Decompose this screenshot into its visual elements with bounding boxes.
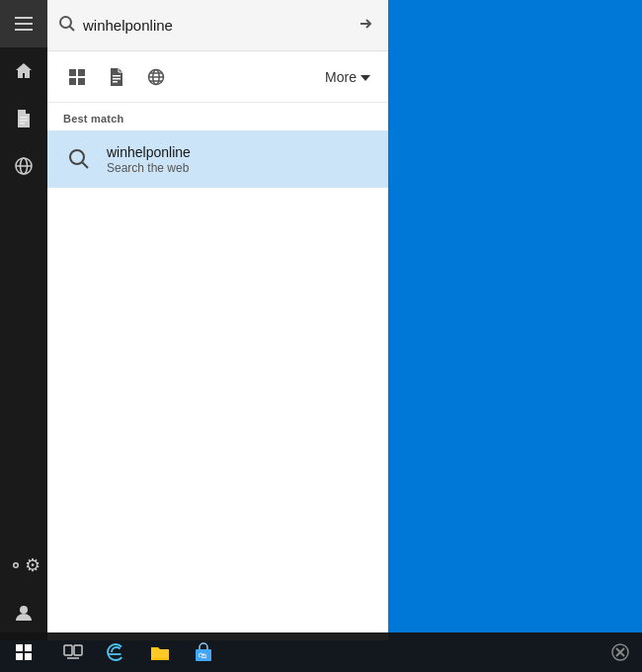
svg-line-26 bbox=[83, 163, 89, 169]
web-icon[interactable] bbox=[0, 142, 47, 190]
svg-rect-5 bbox=[20, 123, 25, 125]
taskbar-icons: 🛍 bbox=[47, 632, 602, 672]
result-text: winhelponline Search the web bbox=[107, 144, 191, 175]
svg-rect-15 bbox=[69, 78, 76, 85]
more-button[interactable]: More bbox=[319, 65, 376, 89]
documents-filter-tab[interactable] bbox=[99, 59, 134, 95]
sidebar: ⚙ bbox=[0, 0, 47, 640]
notifications-icon[interactable] bbox=[602, 632, 638, 672]
more-label: More bbox=[325, 69, 357, 85]
svg-rect-29 bbox=[16, 653, 23, 660]
edge-icon[interactable] bbox=[95, 632, 138, 672]
svg-rect-31 bbox=[64, 645, 72, 655]
search-input[interactable] bbox=[83, 17, 355, 34]
documents-icon[interactable] bbox=[0, 95, 47, 142]
web-filter-tab[interactable] bbox=[138, 59, 174, 95]
svg-point-9 bbox=[20, 606, 28, 614]
svg-rect-17 bbox=[113, 75, 120, 77]
account-icon[interactable] bbox=[0, 589, 47, 636]
taskbar-right bbox=[602, 632, 642, 672]
svg-point-25 bbox=[70, 150, 84, 164]
section-label-best-match: Best match bbox=[47, 103, 388, 130]
svg-rect-1 bbox=[15, 23, 33, 25]
search-submit-button[interactable] bbox=[355, 13, 376, 39]
store-icon[interactable]: 🛍 bbox=[182, 632, 225, 672]
results-empty-area bbox=[47, 188, 388, 640]
svg-rect-28 bbox=[25, 644, 32, 651]
result-search-icon bbox=[63, 143, 95, 175]
svg-rect-14 bbox=[78, 69, 85, 76]
svg-text:🛍: 🛍 bbox=[199, 651, 206, 660]
svg-rect-0 bbox=[15, 17, 33, 19]
svg-rect-4 bbox=[20, 120, 28, 122]
home-icon[interactable] bbox=[0, 47, 47, 95]
start-button[interactable] bbox=[0, 632, 47, 672]
hamburger-menu-icon[interactable] bbox=[0, 0, 47, 47]
svg-rect-32 bbox=[74, 645, 82, 655]
svg-rect-2 bbox=[15, 29, 33, 31]
svg-rect-3 bbox=[20, 117, 28, 119]
file-explorer-icon[interactable] bbox=[138, 632, 182, 672]
search-panel: More Best match winhelponline Search the… bbox=[47, 0, 388, 640]
filter-tabs: More bbox=[47, 51, 388, 103]
svg-rect-16 bbox=[78, 78, 85, 85]
svg-rect-19 bbox=[113, 81, 118, 83]
svg-rect-30 bbox=[25, 653, 32, 660]
svg-point-10 bbox=[60, 17, 71, 28]
svg-rect-34 bbox=[151, 649, 169, 658]
search-bar bbox=[47, 0, 388, 51]
svg-rect-18 bbox=[113, 78, 120, 80]
settings-icon[interactable]: ⚙ bbox=[0, 542, 47, 589]
result-title: winhelponline bbox=[107, 144, 191, 160]
task-view-icon[interactable] bbox=[51, 632, 95, 672]
svg-rect-27 bbox=[16, 644, 23, 651]
svg-rect-13 bbox=[69, 69, 76, 76]
sidebar-bottom: ⚙ bbox=[0, 542, 47, 636]
apps-filter-tab[interactable] bbox=[59, 59, 95, 95]
svg-line-11 bbox=[70, 26, 75, 31]
result-item-winhelponline[interactable]: winhelponline Search the web bbox=[47, 130, 388, 188]
best-match-section: Best match winhelponline Search the web bbox=[47, 103, 388, 188]
taskbar: 🛍 bbox=[0, 632, 642, 672]
sidebar-top bbox=[0, 0, 47, 190]
result-subtitle: Search the web bbox=[107, 161, 191, 175]
more-chevron-icon bbox=[361, 70, 370, 84]
search-bar-icon bbox=[59, 16, 75, 36]
